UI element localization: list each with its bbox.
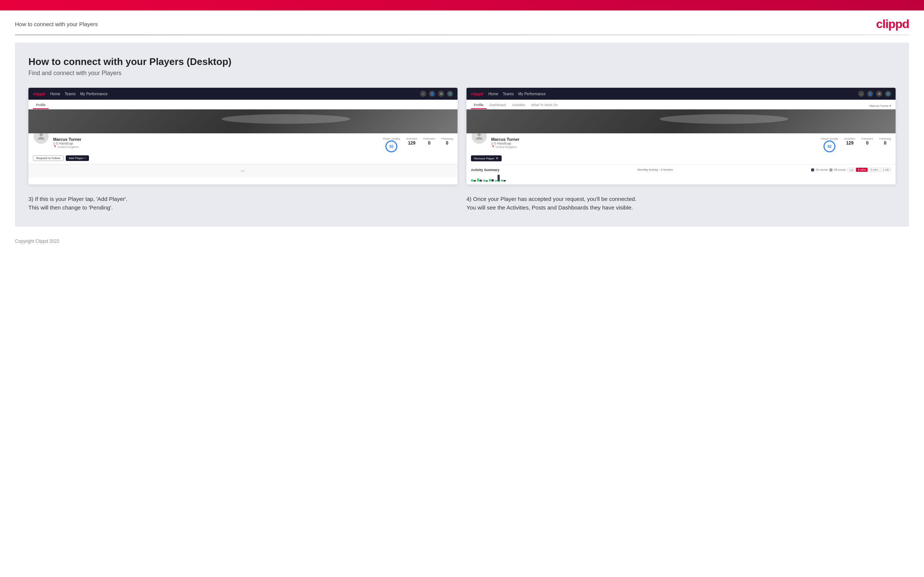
bar-green-3 — [483, 180, 485, 182]
profile-banner-overlay-2 — [467, 110, 896, 133]
stat-followers-2: Followers 0 — [861, 137, 873, 152]
activity-period: Monthly Activity - 6 Months — [638, 168, 673, 171]
bar-dark-6 — [504, 180, 506, 182]
profile-stats-1: Player Quality 92 Activities 129 Followe… — [383, 136, 453, 152]
description-text-right: 4) Once your Player has accepted your re… — [467, 195, 896, 212]
profile-handicap-2: 1-5 Handicap — [491, 142, 817, 145]
activity-controls: On course Off course 1 yr 6 mths 3 mths … — [811, 168, 891, 172]
activity-header: Activity Summary Monthly Activity - 6 Mo… — [471, 168, 891, 172]
page-subheading: Find and connect with your Players — [28, 70, 896, 77]
description-right: 4) Once your Player has accepted your re… — [467, 195, 896, 212]
bar-green-1 — [471, 179, 473, 182]
description-left: 3) If this is your Player tap, 'Add Play… — [28, 195, 457, 212]
time-3mths[interactable]: 3 mths — [868, 168, 880, 172]
location-icon-2: 📍 — [491, 145, 495, 148]
profile-row-1: Marcus Turner 1-5 Handicap 📍 United King… — [33, 136, 453, 152]
tab-profile-2[interactable]: Profile — [471, 103, 487, 109]
nav-items-2: Home Teams My Performance — [488, 92, 858, 96]
legend-off-course — [829, 168, 832, 171]
globe-icon-2[interactable]: 🌐 — [885, 91, 891, 97]
stat-activities-1: Activities 129 — [406, 137, 418, 152]
page-heading: How to connect with your Players (Deskto… — [28, 56, 896, 68]
profile-row-2: Marcus Turner 1-5 Handicap 📍 United King… — [471, 136, 891, 152]
app-logo-1: clippd — [33, 92, 45, 96]
tab-activities-2[interactable]: Activities — [509, 103, 528, 109]
stat-followers-1: Followers 0 — [423, 137, 435, 152]
profile-handicap-1: 1-5 Handicap — [53, 142, 379, 145]
stat-activities-2: Activities 129 — [844, 137, 856, 152]
bar-green-5 — [495, 180, 497, 182]
app-tabs-1: Profile — [28, 100, 457, 110]
screenshot-1: clippd Home Teams My Performance ⌕ 👤 ⚙ 🌐… — [28, 88, 457, 184]
globe-icon[interactable]: 🌐 — [447, 91, 453, 97]
user-dropdown[interactable]: Marcus Turner ▾ — [869, 104, 891, 109]
settings-icon[interactable]: ⚙ — [438, 91, 444, 97]
profile-location-2: 📍 United Kingdom — [491, 145, 817, 148]
activity-title: Activity Summary — [471, 168, 499, 172]
description-text-left: 3) If this is your Player tap, 'Add Play… — [28, 195, 457, 212]
tab-profile-1[interactable]: Profile — [33, 103, 48, 109]
search-icon-2[interactable]: ⌕ — [858, 91, 864, 97]
profile-buttons-1: Request to Follow Add Player + — [33, 155, 453, 161]
nav-icons-1: ⌕ 👤 ⚙ 🌐 — [420, 91, 453, 97]
bar-group-6 — [501, 180, 506, 182]
nav-teams-2[interactable]: Teams — [503, 92, 514, 96]
quality-circle-2: 92 — [824, 140, 835, 152]
quality-circle-1: 92 — [385, 140, 397, 152]
bar-group-4 — [489, 179, 494, 182]
header-divider — [15, 35, 909, 35]
nav-performance-2[interactable]: My Performance — [519, 92, 546, 96]
user-icon[interactable]: 👤 — [429, 91, 435, 97]
nav-icons-2: ⌕ 👤 ⚙ 🌐 — [858, 91, 891, 97]
tab-dashboard-2[interactable]: Dashboard — [487, 103, 509, 109]
profile-location-1: 📍 United Kingdom — [53, 145, 379, 148]
close-icon: ✕ — [496, 156, 499, 160]
bar-green-6 — [501, 180, 503, 182]
user-icon-2[interactable]: 👤 — [867, 91, 873, 97]
nav-teams-1[interactable]: Teams — [65, 92, 76, 96]
bar-dark-5 — [498, 175, 500, 182]
footer: Copyright Clippd 2022 — [0, 234, 924, 248]
bar-green-2 — [477, 179, 479, 182]
nav-home-1[interactable]: Home — [50, 92, 60, 96]
time-buttons: 1 yr 6 mths 3 mths 1 mth — [847, 168, 891, 172]
screenshot-2: clippd Home Teams My Performance ⌕ 👤 ⚙ 🌐… — [467, 88, 896, 184]
logo: clippd — [876, 17, 909, 31]
profile-buttons-2: Remove Player ✕ — [471, 155, 891, 161]
settings-icon-2[interactable]: ⚙ — [876, 91, 882, 97]
bar-green-4 — [489, 179, 491, 182]
bar-dark-2 — [480, 180, 482, 182]
description-row: 3) If this is your Player tap, 'Add Play… — [28, 195, 896, 212]
time-1mth[interactable]: 1 mth — [880, 168, 891, 172]
profile-section-2: Marcus Turner 1-5 Handicap 📍 United King… — [467, 133, 896, 164]
profile-banner-overlay-1 — [28, 110, 457, 133]
app-tabs-2: Profile Dashboard Activities What To Wor… — [467, 100, 896, 110]
tab-what-to-work-2[interactable]: What To Work On — [528, 103, 561, 109]
bar-dark-4 — [491, 179, 494, 182]
profile-stats-2: Player Quality 92 Activities 129 Followe… — [821, 136, 891, 152]
profile-name-1: Marcus Turner — [53, 137, 379, 142]
bar-group-2 — [477, 179, 482, 182]
remove-player-button[interactable]: Remove Player ✕ — [471, 155, 502, 161]
bar-group-1 — [471, 179, 476, 182]
bar-group-3 — [483, 180, 488, 182]
legend-off-course-label: Off course — [834, 168, 846, 171]
nav-items-1: Home Teams My Performance — [50, 92, 420, 96]
search-icon[interactable]: ⌕ — [420, 91, 426, 97]
add-player-button[interactable]: Add Player + — [66, 155, 89, 161]
legend-on-course-label: On course — [816, 168, 827, 171]
header: How to connect with your Players clippd — [0, 10, 924, 35]
app-nav-2: clippd Home Teams My Performance ⌕ 👤 ⚙ 🌐 — [467, 88, 896, 100]
time-6mths[interactable]: 6 mths — [856, 168, 867, 172]
time-1yr[interactable]: 1 yr — [847, 168, 856, 172]
screenshot-bottom-1: ✂ — [28, 164, 457, 177]
scissors-icon: ✂ — [241, 168, 245, 174]
nav-performance-1[interactable]: My Performance — [80, 92, 108, 96]
nav-home-2[interactable]: Home — [488, 92, 498, 96]
top-bar — [0, 0, 924, 10]
activity-bars — [471, 174, 891, 182]
request-follow-button[interactable]: Request to Follow — [33, 155, 63, 161]
activity-summary: Activity Summary Monthly Activity - 6 Mo… — [467, 164, 896, 184]
header-title: How to connect with your Players — [15, 21, 98, 27]
stat-quality-1: Player Quality 92 — [383, 137, 400, 152]
